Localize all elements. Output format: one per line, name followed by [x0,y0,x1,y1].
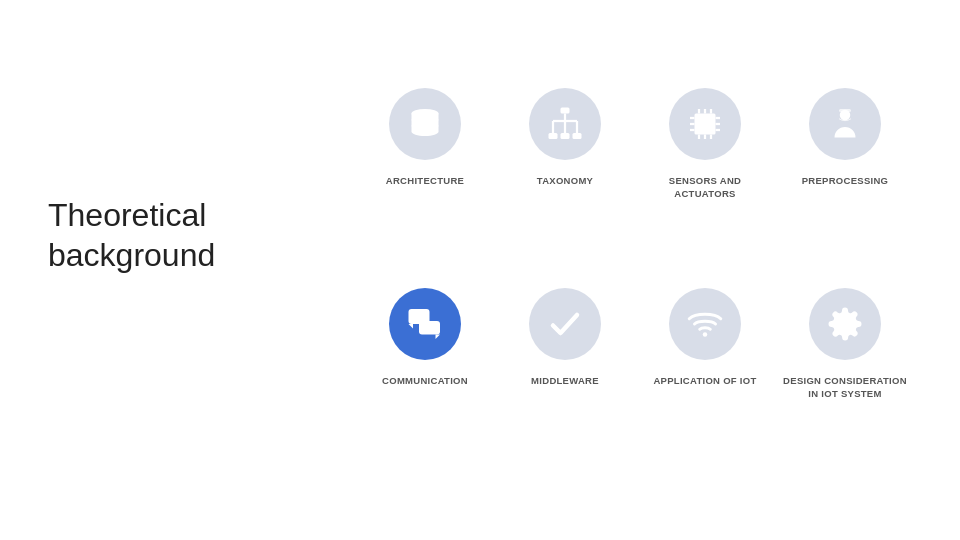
check-icon [547,306,583,342]
grid-item-sensors: SENSORS AND ACTUATORS [640,80,770,280]
svg-rect-25 [839,109,851,112]
architecture-label: ARCHITECTURE [386,174,464,187]
gear-icon [827,306,863,342]
communication-label: COMMUNICATION [382,374,468,387]
design-icon-circle [809,288,881,360]
grid-item-design: DESIGN CONSIDERATION IN IOT SYSTEM [780,280,910,480]
chat-icon [407,306,443,342]
communication-icon-circle [389,288,461,360]
architecture-icon-circle [389,88,461,160]
preprocessing-icon-circle [809,88,881,160]
svg-rect-1 [561,108,570,114]
svg-rect-2 [549,133,558,139]
svg-rect-27 [419,321,440,335]
grid-item-communication: COMMUNICATION [360,280,490,480]
database-icon [407,106,443,142]
wifi-icon [687,306,723,342]
design-label: DESIGN CONSIDERATION IN IOT SYSTEM [780,374,910,401]
grid-item-middleware: MIDDLEWARE [500,280,630,480]
sensors-label: SENSORS AND ACTUATORS [640,174,770,201]
worker-icon [827,106,863,142]
application-icon-circle [669,288,741,360]
svg-point-28 [703,332,708,337]
svg-rect-23 [699,118,711,130]
taxonomy-icon-circle [529,88,601,160]
middleware-icon-circle [529,288,601,360]
sensors-icon-circle [669,88,741,160]
hierarchy-icon [547,106,583,142]
grid-item-taxonomy: TAXONOMY [500,80,630,280]
grid-item-architecture: ARCHITECTURE [360,80,490,280]
chip-icon [687,106,723,142]
grid-item-preprocessing: PREPROCESSING [780,80,910,280]
taxonomy-label: TAXONOMY [537,174,593,187]
page-title: Theoretical background [48,195,215,275]
svg-rect-3 [561,133,570,139]
middleware-label: MIDDLEWARE [531,374,599,387]
topic-grid: ARCHITECTURE TAXONOMY [360,80,910,480]
grid-item-application: APPLICATION OF IOT [640,280,770,480]
application-label: APPLICATION OF IOT [653,374,756,387]
preprocessing-label: PREPROCESSING [802,174,889,187]
svg-rect-4 [573,133,582,139]
